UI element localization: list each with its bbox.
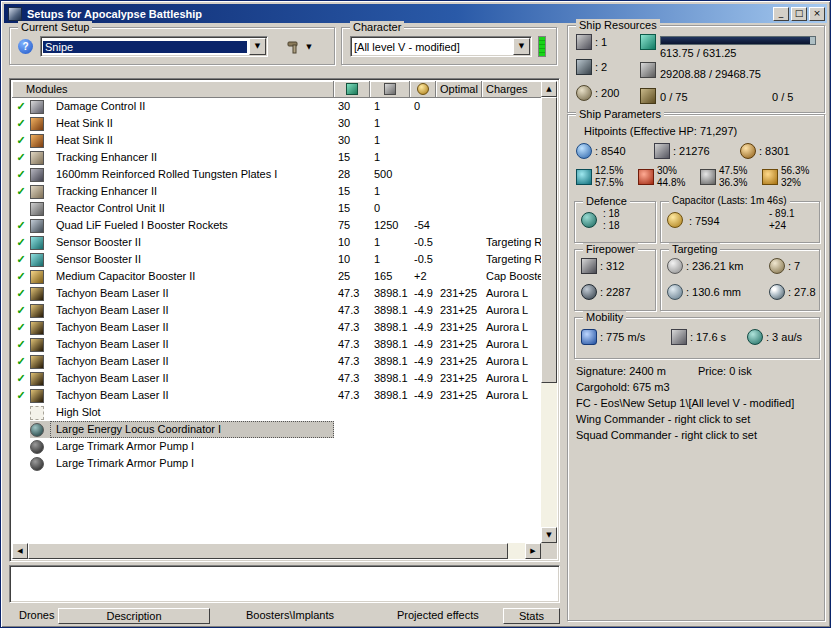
module-row[interactable]: ✓Tachyon Beam Laser II47.33898.1-4.9231+… xyxy=(12,336,543,353)
module-row[interactable]: ✓Tachyon Beam Laser II47.33898.1-4.9231+… xyxy=(12,387,543,404)
module-row[interactable]: ✓Tachyon Beam Laser II47.33898.1-4.9231+… xyxy=(12,353,543,370)
module-row[interactable]: ✓Tachyon Beam Laser II47.33898.1-4.9231+… xyxy=(12,319,543,336)
minimize-button[interactable]: _ xyxy=(773,7,789,21)
module-row[interactable]: Large Energy Locus Coordinator I xyxy=(12,421,543,438)
sensor-booster-icon xyxy=(30,253,44,267)
module-row[interactable]: ✓Heat Sink II301 xyxy=(12,132,543,149)
character-combobox[interactable]: [All level V - modified] ▼ xyxy=(350,36,532,57)
squad-commander-line[interactable]: Squad Commander - right click to set xyxy=(576,429,757,441)
thermal-armor-resist-value: 44.8% xyxy=(657,177,685,189)
ship-parameters-label: Ship Parameters xyxy=(576,108,664,120)
module-powergrid-value: 1 xyxy=(370,149,410,166)
help-icon[interactable]: ? xyxy=(18,39,33,54)
module-cpu-value: 30 xyxy=(334,132,370,149)
module-charge-value: Aurora L xyxy=(482,319,543,336)
tab-boosters-implants[interactable]: Boosters\Implants xyxy=(246,608,334,624)
module-optimal-value xyxy=(436,115,482,132)
scroll-right-icon[interactable]: ▶ xyxy=(525,543,541,559)
module-row[interactable]: ✓Medium Capacitor Booster II25165+2Cap B… xyxy=(12,268,543,285)
tab-description[interactable]: Description xyxy=(58,608,210,624)
wing-commander-line[interactable]: Wing Commander - right click to set xyxy=(576,413,750,425)
module-cpu-value: 30 xyxy=(334,115,370,132)
module-optimal-value xyxy=(436,268,482,285)
drone-count-value: 0 / 5 xyxy=(772,91,793,103)
module-row[interactable]: ✓Tachyon Beam Laser II47.33898.1-4.9231+… xyxy=(12,370,543,387)
fleet-commander-line[interactable]: FC - Eos\New Setup 1\[All level V - modi… xyxy=(576,397,794,409)
horizontal-scroll-thumb[interactable] xyxy=(28,543,508,559)
turret-hardpoints-value: : 1 xyxy=(595,36,607,48)
module-row[interactable]: ✓Heat Sink II301 xyxy=(12,115,543,132)
shield-icon xyxy=(576,143,592,159)
module-row[interactable]: ✓Damage Control II3010 xyxy=(12,98,543,115)
module-row[interactable]: Large Trimark Armor Pump I xyxy=(12,438,543,455)
setup-combobox-arrow-icon[interactable]: ▼ xyxy=(249,38,266,55)
mobility-group: Mobility : 775 m/s : 17.6 s : 3 au/s xyxy=(574,317,820,359)
module-charge-value xyxy=(482,166,543,183)
kinetic-resist-icon xyxy=(700,169,716,185)
ship-parameters-group: Ship Parameters Hitpoints (Effective HP:… xyxy=(567,114,825,621)
defence-value-1: : 18 xyxy=(603,208,620,220)
modules-column-header[interactable]: Modules xyxy=(12,81,334,98)
fitted-check-icon: ✓ xyxy=(12,302,30,319)
module-powergrid-value xyxy=(370,404,410,421)
tab-projected-effects[interactable]: Projected effects xyxy=(397,608,479,624)
vertical-scroll-thumb[interactable] xyxy=(541,97,557,383)
dronebay-icon xyxy=(640,88,656,104)
module-cpu-value xyxy=(334,404,370,421)
scroll-up-icon[interactable]: ▲ xyxy=(541,81,557,97)
module-powergrid-value xyxy=(370,421,410,438)
scroll-left-icon[interactable]: ◀ xyxy=(12,543,28,559)
maximize-button[interactable]: □ xyxy=(791,7,807,21)
launcher-hardpoints-value: : 2 xyxy=(595,61,607,73)
module-row[interactable]: ✓Tracking Enhancer II151 xyxy=(12,183,543,200)
powergrid-column-header[interactable] xyxy=(370,81,410,98)
module-charge-value xyxy=(482,200,543,217)
module-cap-value xyxy=(410,149,436,166)
tab-drones[interactable]: Drones xyxy=(19,608,54,624)
hull-icon xyxy=(740,143,756,159)
module-optimal-value xyxy=(436,217,482,234)
module-name: Damage Control II xyxy=(50,98,334,115)
module-row[interactable]: ✓Tachyon Beam Laser II47.33898.1-4.9231+… xyxy=(12,302,543,319)
sensor-booster-icon xyxy=(30,236,44,250)
fitted-check-icon: ✓ xyxy=(12,285,30,302)
max-targets-value: : 7 xyxy=(788,260,800,272)
kinetic-armor-resist-value: 36.3% xyxy=(719,177,747,189)
cpu-column-header[interactable] xyxy=(334,81,370,98)
module-row[interactable]: ✓Tachyon Beam Laser II47.33898.1-4.9231+… xyxy=(12,285,543,302)
module-row[interactable]: ✓Tracking Enhancer II151 xyxy=(12,149,543,166)
scroll-down-icon[interactable]: ▼ xyxy=(541,527,557,543)
horizontal-scrollbar[interactable]: ◀ ▶ xyxy=(12,543,541,559)
check-cell xyxy=(12,438,30,455)
module-cpu-value: 47.3 xyxy=(334,353,370,370)
tab-stats[interactable]: Stats xyxy=(503,608,560,624)
agility-icon xyxy=(671,329,687,345)
firepower-label: Firepower xyxy=(583,243,638,255)
optimal-column-header[interactable]: Optimal xyxy=(436,81,482,98)
setup-tools-button[interactable]: ▼ xyxy=(276,36,322,57)
module-row[interactable]: Large Trimark Armor Pump I xyxy=(12,455,543,472)
capacitor-column-header[interactable] xyxy=(410,81,436,98)
module-cap-value: -0.5 xyxy=(410,234,436,251)
character-combobox-value: [All level V - modified] xyxy=(351,39,513,55)
module-powergrid-value: 3898.1 xyxy=(370,302,410,319)
kinetic-resist: 47.5% 36.3% xyxy=(700,165,747,189)
module-row[interactable]: ✓Quad LiF Fueled I Booster Rockets751250… xyxy=(12,217,543,234)
module-row[interactable]: ✓Sensor Booster II101-0.5Targeting Range xyxy=(12,251,543,268)
module-row[interactable]: ✓Sensor Booster II101-0.5Targeting Range xyxy=(12,234,543,251)
module-icon-cell xyxy=(30,166,50,183)
charges-column-header[interactable]: Charges xyxy=(482,81,543,98)
setup-combobox[interactable]: Snipe ▼ xyxy=(40,36,268,57)
module-row[interactable]: High Slot xyxy=(12,404,543,421)
fitted-check-icon: ✓ xyxy=(12,370,30,387)
module-row[interactable]: ✓1600mm Reinforced Rolled Tungsten Plate… xyxy=(12,166,543,183)
module-cap-value: -4.9 xyxy=(410,370,436,387)
setup-notes-field[interactable] xyxy=(9,565,560,603)
vertical-scrollbar[interactable]: ▲ ▼ xyxy=(541,81,557,543)
firepower-volley: : 312 xyxy=(581,258,624,274)
character-combobox-arrow-icon[interactable]: ▼ xyxy=(513,38,530,55)
module-row[interactable]: Reactor Control Unit II150 xyxy=(12,200,543,217)
setup-combobox-value: Snipe xyxy=(43,41,247,53)
calibration: : 200 xyxy=(576,85,619,101)
close-button[interactable]: × xyxy=(809,7,825,21)
